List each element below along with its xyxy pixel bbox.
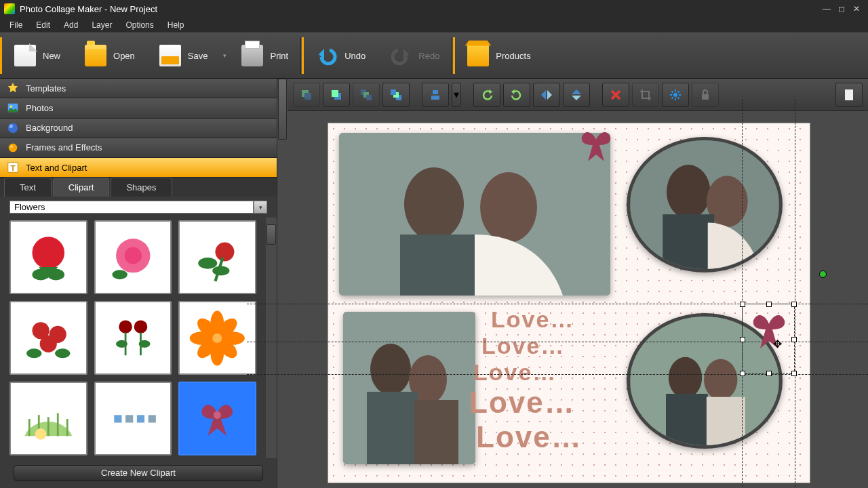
svg-point-13 xyxy=(112,270,127,279)
menu-edit[interactable]: Edit xyxy=(29,18,57,32)
frames-icon xyxy=(7,142,19,154)
section-background[interactable]: Background xyxy=(0,119,277,138)
clipart-thumb[interactable] xyxy=(94,220,172,294)
clipart-thumb[interactable] xyxy=(9,220,87,294)
guide-vertical xyxy=(742,99,743,488)
love-text[interactable]: Love… Love… Love… Love… Love… xyxy=(491,306,583,454)
photo-main[interactable] xyxy=(339,133,610,296)
svg-point-22 xyxy=(119,320,132,333)
clipart-thumb-selected[interactable] xyxy=(178,382,256,455)
sidebar-scrollbar[interactable] xyxy=(277,79,288,488)
clipart-thumb[interactable] xyxy=(178,220,256,294)
svg-rect-63 xyxy=(663,214,714,269)
svg-rect-52 xyxy=(431,96,439,100)
bring-front-button[interactable] xyxy=(353,83,380,107)
rotate-right-button[interactable] xyxy=(503,83,530,107)
flip-vertical-button[interactable] xyxy=(563,83,590,107)
undo-button[interactable]: Undo xyxy=(304,33,378,78)
delete-button[interactable] xyxy=(602,83,629,107)
section-frames[interactable]: Frames and Effects xyxy=(0,138,277,158)
maximize-button[interactable]: ◻ xyxy=(834,3,849,15)
tab-text[interactable]: Text xyxy=(4,178,52,197)
section-label: Photos xyxy=(26,103,53,113)
minimize-button[interactable]: — xyxy=(819,3,834,15)
svg-point-21 xyxy=(55,348,70,358)
guide-vertical xyxy=(795,99,795,488)
svg-rect-59 xyxy=(400,235,475,296)
new-button[interactable]: New xyxy=(2,33,73,78)
canvas-toolbar: ▾ xyxy=(288,79,868,111)
svg-rect-55 xyxy=(845,89,853,100)
crop-button[interactable] xyxy=(632,83,659,107)
page-button[interactable] xyxy=(835,83,863,107)
products-icon xyxy=(467,45,489,66)
clipart-thumb[interactable] xyxy=(94,382,172,455)
bring-forward-button[interactable] xyxy=(293,83,320,107)
clipart-thumb[interactable] xyxy=(94,301,172,375)
photo-left-bottom[interactable] xyxy=(343,312,475,464)
move-cursor-icon: ✥ xyxy=(773,338,782,350)
products-button[interactable]: Products xyxy=(455,33,542,78)
selection-box[interactable] xyxy=(742,304,795,374)
settings-button[interactable] xyxy=(662,83,689,107)
send-backward-button[interactable] xyxy=(323,83,350,107)
menu-layer[interactable]: Layer xyxy=(85,18,119,32)
menu-add[interactable]: Add xyxy=(57,18,85,32)
align-dropdown[interactable]: ▾ xyxy=(452,83,461,107)
collage-page[interactable]: Love… Love… Love… Love… Love… xyxy=(328,123,810,483)
align-center-button[interactable] xyxy=(422,83,449,107)
svg-point-3 xyxy=(9,124,13,127)
titlebar: Photo Collage Maker - New Project — ◻ ✕ xyxy=(0,0,868,18)
rotate-left-button[interactable] xyxy=(473,83,500,107)
photo-circle-top[interactable] xyxy=(627,137,783,272)
svg-point-53 xyxy=(673,93,677,97)
print-button[interactable]: Print xyxy=(229,33,300,78)
svg-point-1 xyxy=(10,106,13,108)
clipart-tabs: Text Clipart Shapes xyxy=(0,178,277,197)
tab-clipart[interactable]: Clipart xyxy=(53,178,110,197)
grid-scrollbar[interactable] xyxy=(266,218,277,458)
category-combo[interactable]: ▾ xyxy=(9,201,267,214)
clipart-thumb[interactable] xyxy=(9,382,87,455)
svg-point-58 xyxy=(480,172,537,243)
svg-point-20 xyxy=(26,348,41,358)
section-photos[interactable]: Photos xyxy=(0,98,277,118)
svg-rect-36 xyxy=(114,415,121,422)
chevron-down-icon[interactable]: ▾ xyxy=(254,201,267,214)
svg-rect-38 xyxy=(137,415,144,422)
rotate-handle[interactable] xyxy=(819,270,827,278)
clipart-thumb[interactable] xyxy=(178,301,256,375)
menu-help[interactable]: Help xyxy=(161,18,191,32)
svg-point-61 xyxy=(667,165,711,219)
tab-shapes[interactable]: Shapes xyxy=(111,178,172,197)
open-button[interactable]: Open xyxy=(73,33,147,78)
menu-options[interactable]: Options xyxy=(119,18,160,32)
close-button[interactable]: ✕ xyxy=(849,3,864,15)
photos-icon xyxy=(7,102,19,114)
save-dropdown[interactable]: ▾ xyxy=(220,33,229,78)
redo-button[interactable]: Redo xyxy=(378,33,452,78)
new-icon xyxy=(14,45,36,66)
ribbon-top-icon[interactable] xyxy=(572,123,620,171)
text-icon: T xyxy=(7,161,19,174)
send-back-button[interactable] xyxy=(382,83,410,107)
svg-rect-47 xyxy=(366,95,372,100)
sidebar: Templates Photos Background Frames and E… xyxy=(0,79,288,488)
lock-button[interactable] xyxy=(692,83,719,107)
category-input[interactable] xyxy=(9,201,254,214)
svg-point-16 xyxy=(213,266,230,275)
svg-rect-72 xyxy=(666,394,708,445)
save-button[interactable]: Save xyxy=(147,33,220,78)
clipart-thumb[interactable] xyxy=(9,301,87,375)
svg-point-35 xyxy=(35,428,47,439)
svg-rect-50 xyxy=(391,89,396,95)
open-icon xyxy=(85,45,106,66)
svg-rect-68 xyxy=(414,400,458,464)
section-templates[interactable]: Templates xyxy=(0,79,277,98)
create-clipart-button[interactable]: Create New Clipart xyxy=(14,465,263,481)
svg-point-25 xyxy=(138,340,150,347)
menu-file[interactable]: File xyxy=(3,18,29,32)
flip-horizontal-button[interactable] xyxy=(533,83,560,107)
canvas[interactable]: Love… Love… Love… Love… Love… xyxy=(288,111,868,488)
section-text-clipart[interactable]: T Text and Clipart xyxy=(0,158,277,178)
